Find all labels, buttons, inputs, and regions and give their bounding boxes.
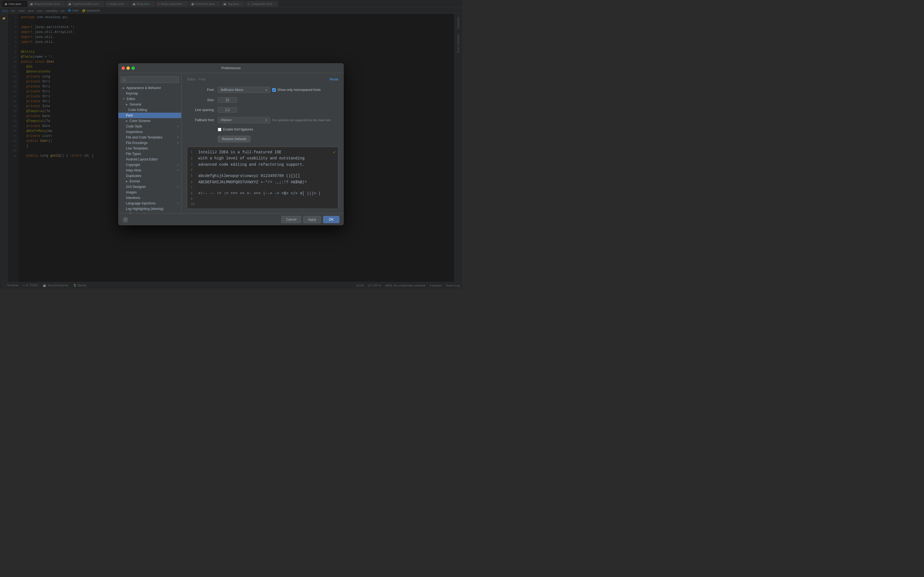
preferences-search-input[interactable] xyxy=(120,76,179,83)
ok-button[interactable]: OK xyxy=(323,216,339,223)
preview-line-10: 10 xyxy=(191,202,335,207)
fallback-font-row: Fallback font: <None> ▼ For symbols not … xyxy=(187,117,338,123)
preview-line-1: 1 IntelliJ IDEA is a full-featured IDE xyxy=(191,149,335,155)
sidebar-item-live-templates-label: Live Templates xyxy=(126,147,148,150)
window-close-button[interactable] xyxy=(121,66,125,70)
sidebar-item-android-layout-editor[interactable]: Android Layout Editor xyxy=(118,156,181,162)
preferences-dialog: Preferences Appearance & Behavior Keymap… xyxy=(118,63,344,225)
fallback-font-control: <None> ▼ For symbols not supported by th… xyxy=(218,117,331,123)
preferences-header: Editor › Font Reset xyxy=(187,77,338,81)
sidebar-item-copyright[interactable]: Copyright ⚙ xyxy=(118,162,181,168)
preview-text-2: with a high level of usability and outst… xyxy=(198,155,304,161)
sidebar-item-file-code-templates[interactable]: File and Code Templates ⚙ xyxy=(118,135,181,140)
sidebar-item-duplicates-label: Duplicates xyxy=(126,174,141,178)
sidebar-item-file-encodings-label: File Encodings xyxy=(126,141,148,145)
sidebar-item-live-templates[interactable]: Live Templates xyxy=(118,146,181,151)
sidebar-item-intentions[interactable]: Intentions xyxy=(118,195,181,201)
sidebar-item-general[interactable]: General xyxy=(118,102,181,107)
preview-line-4: 4 xyxy=(191,168,335,173)
sidebar-item-file-types[interactable]: File Types xyxy=(118,151,181,156)
preview-line-8: 8 <!-- -- != := === >= >- >=> |--> -> <$… xyxy=(191,190,335,197)
sidebar-item-color-scheme-label: Color Scheme xyxy=(129,119,150,123)
font-dropdown-arrow: ▼ xyxy=(265,89,268,92)
size-control xyxy=(218,97,237,103)
pref-breadcrumb: Editor › Font xyxy=(187,77,205,81)
sidebar-item-emmet-label: Emmet xyxy=(129,179,140,183)
sidebar-item-file-code-templates-label: File and Code Templates xyxy=(126,135,163,139)
fallback-font-hint: For symbols not supported by the main fo… xyxy=(272,118,331,122)
sidebar-item-code-style-label: Code Style xyxy=(126,124,142,128)
font-label: Font: xyxy=(187,88,215,92)
breadcrumb-arrow: › xyxy=(197,77,198,81)
apply-button[interactable]: Apply xyxy=(303,216,321,223)
code-style-icon: ⚙ xyxy=(177,125,179,128)
sidebar-item-duplicates[interactable]: Duplicates xyxy=(118,173,181,179)
preview-line-3: 3 advanced code editing and refactoring … xyxy=(191,161,335,168)
sidebar-item-inspections-label: Inspections xyxy=(126,130,143,134)
window-maximize-button[interactable] xyxy=(131,66,135,70)
sidebar-item-keymap[interactable]: Keymap xyxy=(118,91,181,96)
ligatures-checkbox[interactable] xyxy=(218,128,221,131)
sidebar-item-log-highlighting[interactable]: Log Highlighting (Ideolog) xyxy=(118,206,181,211)
language-injections-icon: ⚙ xyxy=(177,202,179,205)
sidebar-item-color-scheme[interactable]: Color Scheme xyxy=(118,118,181,124)
line-spacing-label: Line spacing: xyxy=(187,108,215,112)
window-controls xyxy=(121,66,135,70)
preview-line-7: 7 xyxy=(191,185,335,190)
monospace-checkbox[interactable] xyxy=(272,88,276,92)
cancel-button[interactable]: Cancel xyxy=(281,216,301,223)
dialog-body: Appearance & Behavior Keymap Editor Gene… xyxy=(118,73,344,213)
sidebar-item-editor[interactable]: Editor xyxy=(118,96,181,102)
preview-line-6: 6 ABCDEFGHIJKLMNOPQRSTUVWXYZ +-*/= .,;:!… xyxy=(191,179,335,185)
sidebar-item-font-label: Font xyxy=(126,113,132,117)
sidebar-item-file-encodings[interactable]: File Encodings ⚙ xyxy=(118,140,181,146)
sidebar-item-gui-designer-label: GUI Designer xyxy=(126,185,146,189)
sidebar-item-language-injections[interactable]: Language Injections ⚙ xyxy=(118,201,181,206)
pref-breadcrumb-section: Editor xyxy=(187,77,195,81)
preview-text-3: advanced code editing and refactoring su… xyxy=(198,161,304,168)
pref-breadcrumb-page: Font xyxy=(199,77,205,81)
help-button[interactable]: ? xyxy=(123,217,128,222)
sidebar-item-appearance[interactable]: Appearance & Behavior xyxy=(118,85,181,91)
sidebar-item-code-editing-label: Code Editing xyxy=(128,108,147,112)
ligatures-row: Enable font ligatures xyxy=(187,127,338,131)
fallback-font-label: Fallback font: xyxy=(187,118,215,122)
line-spacing-row: Line spacing: xyxy=(187,107,338,113)
dialog-title: Preferences xyxy=(221,66,241,70)
ligatures-checkbox-row: Enable font ligatures xyxy=(218,127,253,131)
sidebar-item-android-layout-editor-label: Android Layout Editor xyxy=(126,158,158,161)
window-minimize-button[interactable] xyxy=(126,66,130,70)
line-spacing-input[interactable] xyxy=(218,107,237,113)
sidebar-item-log-highlighting-label: Log Highlighting (Ideolog) xyxy=(126,207,164,211)
sidebar-item-emmet[interactable]: Emmet xyxy=(118,179,181,184)
preview-text-8: <!-- -- != := === >= >- >=> |--> -> <$> … xyxy=(198,190,321,197)
font-select[interactable]: JetBrains Mono ▼ xyxy=(218,87,270,93)
restore-defaults-button[interactable]: Restore Defaults xyxy=(218,136,250,142)
preview-line-5: 5 abcdefghijklmnopqrstuvwxyz 0123456789 … xyxy=(191,173,335,179)
font-preview: ✓ 1 IntelliJ IDEA is a full-featured IDE… xyxy=(187,147,338,209)
gui-designer-icon: ⚙ xyxy=(177,185,179,188)
monospace-label: Show only monospaced fonts xyxy=(278,88,321,92)
sidebar-item-inspections[interactable]: Inspections xyxy=(118,129,181,135)
preview-text-1: IntelliJ IDEA is a full-featured IDE xyxy=(198,149,281,155)
sidebar-item-code-style[interactable]: Code Style ⚙ xyxy=(118,124,181,129)
font-value: JetBrains Mono xyxy=(220,88,243,92)
sidebar-item-code-editing[interactable]: Code Editing xyxy=(118,107,181,113)
inlay-hints-icon: ⚙ xyxy=(177,169,179,172)
preview-check-icon: ✓ xyxy=(333,149,336,156)
monospace-checkbox-row: Show only monospaced fonts xyxy=(272,88,321,92)
fallback-font-value: <None> xyxy=(220,118,232,122)
sidebar-item-general-label: General xyxy=(129,103,141,106)
sidebar-item-copyright-label: Copyright xyxy=(126,163,140,167)
size-input[interactable] xyxy=(218,97,237,103)
sidebar-item-font[interactable]: Font xyxy=(118,113,181,118)
ligatures-label: Enable font ligatures xyxy=(223,127,253,131)
fallback-font-select[interactable]: <None> ▼ xyxy=(218,117,270,123)
sidebar-item-intentions-label: Intentions xyxy=(126,196,140,200)
sidebar-item-gui-designer[interactable]: GUI Designer ⚙ xyxy=(118,184,181,190)
sidebar-item-images[interactable]: Images xyxy=(118,190,181,195)
reset-button[interactable]: Reset xyxy=(330,77,338,81)
modal-overlay: Preferences Appearance & Behavior Keymap… xyxy=(0,0,462,288)
restore-defaults-row: Restore Defaults xyxy=(187,136,338,142)
sidebar-item-inlay-hints[interactable]: Inlay Hints ⚙ xyxy=(118,168,181,173)
